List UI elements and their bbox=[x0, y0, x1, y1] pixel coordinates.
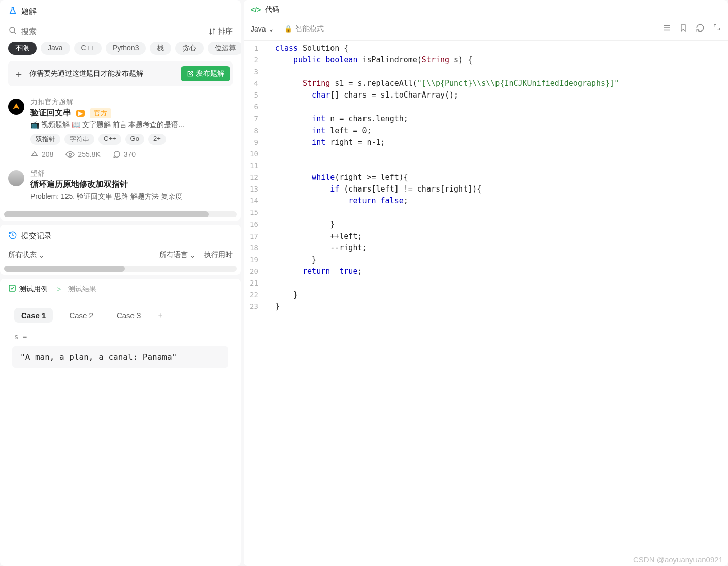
tag[interactable]: 双指针 bbox=[30, 134, 60, 145]
solution-item[interactable]: 望舒 循环遍历原地修改加双指针 Problem: 125. 验证回文串 思路 解… bbox=[0, 164, 241, 210]
filter-row: 不限JavaC++Python3栈贪心位运算 bbox=[0, 42, 241, 61]
chevron-down-icon: ⌄ bbox=[39, 251, 45, 259]
solution-item[interactable]: 力扣官方题解 验证回文串 ▶ 官方 📺 视频题解 📖 文字题解 前言 本题考查的… bbox=[0, 92, 241, 164]
case-variable: s = bbox=[0, 328, 241, 344]
filter-pill[interactable]: Java bbox=[41, 42, 70, 55]
search-icon bbox=[8, 26, 17, 37]
lang-filter[interactable]: 所有语言 ⌄ bbox=[159, 250, 196, 260]
upvote-stat[interactable]: 208 bbox=[30, 150, 53, 159]
submission-title: 提交记录 bbox=[21, 231, 52, 241]
add-case-icon[interactable]: ＋ bbox=[157, 311, 164, 320]
terminal-icon: >_ bbox=[57, 285, 65, 293]
line-gutter: 1234567891011121314151617181920212223 bbox=[244, 43, 269, 312]
filter-pill[interactable]: C++ bbox=[74, 42, 102, 55]
check-icon bbox=[8, 284, 16, 294]
smart-mode[interactable]: 🔒 智能模式 bbox=[284, 24, 324, 34]
svg-line-1 bbox=[14, 32, 16, 34]
svg-point-2 bbox=[69, 153, 72, 156]
tag-row: 双指针字符串C++Go2+ bbox=[30, 134, 233, 145]
flask-icon bbox=[8, 6, 17, 17]
solution-list: 力扣官方题解 验证回文串 ▶ 官方 📺 视频题解 📖 文字题解 前言 本题考查的… bbox=[0, 92, 241, 210]
solution-desc: Problem: 125. 验证回文串 思路 解题方法 复杂度 bbox=[30, 192, 233, 201]
case-tab[interactable]: Case 3 bbox=[110, 308, 148, 323]
status-filter[interactable]: 所有状态 ⌄ bbox=[8, 250, 45, 260]
tag[interactable]: 字符串 bbox=[64, 134, 94, 145]
submission-panel: 提交记录 所有状态 ⌄ 所有语言 ⌄ 执行用时 bbox=[0, 225, 241, 275]
video-icon: ▶ bbox=[76, 110, 85, 117]
h-scrollbar[interactable] bbox=[4, 266, 237, 272]
tag[interactable]: Go bbox=[125, 134, 144, 145]
history-icon bbox=[8, 231, 17, 241]
case-tabs: Case 1Case 2Case 3＋ bbox=[0, 299, 241, 328]
filter-pill[interactable]: 不限 bbox=[8, 42, 37, 55]
chevron-down-icon: ⌄ bbox=[268, 25, 274, 33]
views-stat: 255.8K bbox=[65, 150, 100, 159]
solutions-panel: 题解 排序 不限JavaC++Python3栈贪心位运算 ＋ 你需要先通过这道题… bbox=[0, 0, 241, 221]
tab-results[interactable]: >_ 测试结果 bbox=[57, 285, 96, 294]
publish-hint: 你需要先通过这道题目才能发布题解 bbox=[29, 69, 176, 78]
case-value[interactable]: "A man, a plan, a canal: Panama" bbox=[12, 346, 228, 368]
solutions-title: 题解 bbox=[21, 7, 37, 16]
official-badge: 官方 bbox=[90, 108, 111, 118]
code-content[interactable]: class Solution { public boolean isPalind… bbox=[269, 43, 619, 312]
watermark: CSDN @aoyuanyuan0921 bbox=[633, 555, 723, 564]
tab-testcases[interactable]: 测试用例 bbox=[8, 284, 48, 294]
code-title: 代码 bbox=[265, 5, 279, 14]
reset-icon[interactable] bbox=[696, 23, 705, 34]
search-input[interactable] bbox=[21, 27, 204, 36]
tag[interactable]: C++ bbox=[98, 134, 121, 145]
chevron-down-icon: ⌄ bbox=[190, 251, 196, 259]
code-panel: </> 代码 Java ⌄ 🔒 智能模式 bbox=[244, 0, 728, 566]
solution-author: 力扣官方题解 bbox=[30, 98, 233, 107]
publish-bar: ＋ 你需要先通过这道题目才能发布题解 发布题解 bbox=[8, 61, 233, 86]
code-icon: </> bbox=[251, 6, 261, 14]
filter-pill[interactable]: Python3 bbox=[106, 42, 146, 55]
solution-author: 望舒 bbox=[30, 169, 233, 178]
comments-stat[interactable]: 370 bbox=[113, 150, 136, 159]
tag[interactable]: 2+ bbox=[148, 134, 166, 145]
avatar bbox=[8, 99, 24, 115]
format-icon[interactable] bbox=[662, 23, 671, 34]
solution-title: 循环遍历原地修改加双指针 bbox=[30, 179, 128, 190]
filter-pill[interactable]: 栈 bbox=[150, 42, 171, 55]
publish-button[interactable]: 发布题解 bbox=[181, 66, 230, 81]
filter-pill[interactable]: 贪心 bbox=[175, 42, 204, 55]
time-filter[interactable]: 执行用时 bbox=[204, 250, 233, 260]
case-tab[interactable]: Case 1 bbox=[14, 308, 53, 323]
language-select[interactable]: Java ⌄ bbox=[251, 25, 274, 33]
solution-desc: 📺 视频题解 📖 文字题解 前言 本题考查的是语... bbox=[30, 120, 233, 130]
h-scrollbar[interactable] bbox=[4, 211, 237, 217]
bookmark-icon[interactable] bbox=[679, 23, 687, 34]
plus-icon[interactable]: ＋ bbox=[13, 68, 24, 79]
code-editor[interactable]: 1234567891011121314151617181920212223 cl… bbox=[244, 41, 728, 312]
search-box[interactable] bbox=[8, 26, 204, 37]
case-tab[interactable]: Case 2 bbox=[62, 308, 101, 323]
sort-button[interactable]: 排序 bbox=[208, 27, 233, 36]
testcase-panel: 测试用例 >_ 测试结果 Case 1Case 2Case 3＋ s = "A … bbox=[0, 279, 241, 566]
solution-title: 验证回文串 bbox=[30, 108, 71, 118]
filter-pill[interactable]: 位运算 bbox=[208, 42, 241, 55]
lock-icon: 🔒 bbox=[284, 25, 292, 33]
avatar bbox=[8, 170, 24, 186]
fullscreen-icon[interactable] bbox=[713, 23, 721, 34]
